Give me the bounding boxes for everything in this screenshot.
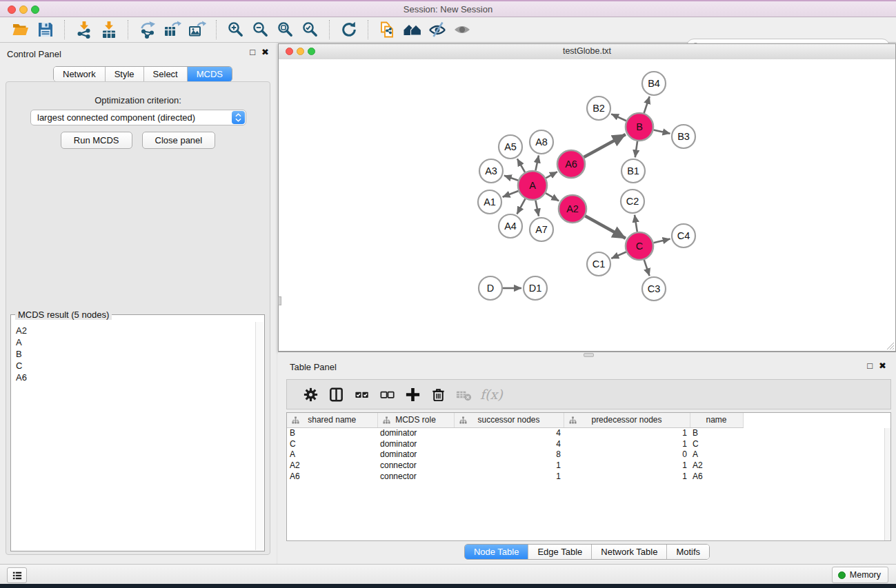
- tab-motifs[interactable]: Motifs: [667, 545, 709, 559]
- table-row[interactable]: A2connector11A2: [287, 460, 890, 471]
- node-C[interactable]: C: [626, 232, 653, 260]
- node-C3[interactable]: C3: [642, 277, 666, 301]
- tab-edge-table[interactable]: Edge Table: [528, 545, 592, 559]
- node-A3[interactable]: A3: [479, 159, 503, 183]
- svg-text:A1: A1: [484, 196, 496, 207]
- table-row[interactable]: A6connector11A6: [287, 471, 890, 482]
- mcds-result-list[interactable]: A2ABCA6: [12, 322, 255, 550]
- tab-style[interactable]: Style: [106, 67, 144, 81]
- node-A4[interactable]: A4: [499, 214, 522, 238]
- mcds-list-scrollbar[interactable]: [255, 322, 263, 550]
- zoom-out-icon[interactable]: [250, 19, 271, 40]
- node-D[interactable]: D: [479, 276, 502, 300]
- node-B[interactable]: B: [626, 113, 653, 141]
- save-session-icon[interactable]: [35, 19, 56, 40]
- column-header-shared-name[interactable]: shared name: [287, 413, 377, 427]
- table-row[interactable]: Bdominator41B: [287, 427, 890, 438]
- open-file-icon[interactable]: [10, 19, 31, 40]
- node-A[interactable]: A: [518, 171, 547, 200]
- hide-selected-icon[interactable]: [427, 19, 448, 40]
- criterion-select[interactable]: largest connected component (directed): [30, 110, 246, 125]
- add-column-icon[interactable]: [401, 384, 424, 405]
- node-A6[interactable]: A6: [557, 150, 585, 178]
- node-B4[interactable]: B4: [642, 72, 666, 95]
- node-A1[interactable]: A1: [478, 190, 501, 214]
- settings-gear-icon[interactable]: [299, 384, 322, 405]
- edge-B-B3[interactable]: [654, 130, 670, 133]
- export-network-icon[interactable]: [137, 19, 158, 40]
- node-C2[interactable]: C2: [621, 190, 644, 213]
- delete-column-icon[interactable]: [426, 384, 450, 405]
- tab-select[interactable]: Select: [144, 67, 188, 81]
- edge-C-C4[interactable]: [653, 239, 670, 243]
- close-panel-button[interactable]: Close panel: [142, 132, 216, 149]
- node-A5[interactable]: A5: [499, 135, 522, 159]
- zoom-selected-icon[interactable]: [300, 19, 321, 40]
- edge-A-A1[interactable]: [503, 191, 519, 197]
- refresh-layout-icon[interactable]: [339, 19, 359, 40]
- resize-grip-icon[interactable]: [885, 341, 895, 350]
- node-B3[interactable]: B3: [672, 125, 695, 148]
- column-header-mcds-role[interactable]: MCDS role: [377, 413, 454, 427]
- tab-network-table[interactable]: Network Table: [592, 545, 667, 559]
- node-B1[interactable]: B1: [621, 159, 645, 183]
- zoom-in-icon[interactable]: [226, 19, 246, 40]
- mcds-result-item[interactable]: A2: [12, 325, 255, 336]
- mcds-result-item[interactable]: A: [12, 336, 255, 348]
- node-A2[interactable]: A2: [559, 195, 586, 223]
- export-image-icon[interactable]: [187, 19, 208, 40]
- network-window-titlebar[interactable]: testGlobe.txt: [279, 44, 895, 60]
- edge-A-A5[interactable]: [517, 159, 525, 172]
- import-table-icon[interactable]: [99, 19, 119, 40]
- import-network-icon[interactable]: [74, 19, 94, 40]
- node-B2[interactable]: B2: [587, 97, 610, 120]
- tab-network[interactable]: Network: [54, 67, 106, 81]
- edge-C-C2[interactable]: [635, 215, 637, 232]
- copy-network-icon[interactable]: [377, 19, 398, 40]
- table-scrollbar[interactable]: [884, 428, 890, 540]
- run-mcds-button[interactable]: Run MCDS: [61, 132, 132, 149]
- edge-B-B4[interactable]: [644, 97, 650, 113]
- edge-C-C1[interactable]: [611, 252, 626, 258]
- edge-A-A3[interactable]: [504, 176, 518, 181]
- node-D1[interactable]: D1: [524, 276, 547, 300]
- table-row[interactable]: Adominator80A: [287, 449, 890, 460]
- task-history-button[interactable]: [7, 567, 27, 583]
- edge-A-A7[interactable]: [535, 201, 539, 216]
- table-row[interactable]: Cdominator41C: [287, 438, 890, 449]
- home-networks-icon[interactable]: [402, 19, 423, 40]
- memory-button[interactable]: Memory: [832, 567, 888, 583]
- export-table-icon[interactable]: [162, 19, 183, 40]
- edge-B-B2[interactable]: [611, 114, 626, 121]
- edge-A-A4[interactable]: [517, 199, 526, 214]
- node-C1[interactable]: C1: [587, 252, 610, 276]
- mcds-result-item[interactable]: B: [12, 348, 255, 360]
- column-header-successor-nodes[interactable]: successor nodes: [454, 413, 564, 427]
- close-panel-icon[interactable]: ✖: [261, 48, 269, 57]
- node-A8[interactable]: A8: [530, 130, 553, 154]
- column-header-predecessor-nodes[interactable]: predecessor nodes: [564, 413, 690, 427]
- node-C4[interactable]: C4: [672, 224, 695, 247]
- float-table-panel-icon[interactable]: □: [867, 361, 873, 371]
- edge-A-A8[interactable]: [535, 156, 539, 171]
- column-header-name[interactable]: name: [690, 413, 743, 427]
- show-columns-icon[interactable]: [324, 384, 348, 405]
- select-all-columns-icon[interactable]: [350, 384, 373, 405]
- node-A7[interactable]: A7: [530, 218, 553, 241]
- edge-A6-B[interactable]: [584, 134, 625, 157]
- close-table-panel-icon[interactable]: ✖: [879, 361, 886, 371]
- edge-A2-C[interactable]: [585, 216, 626, 239]
- tab-mcds[interactable]: MCDS: [188, 67, 232, 81]
- tab-node-table[interactable]: Node Table: [465, 545, 529, 559]
- edge-A-A2[interactable]: [546, 193, 559, 201]
- zoom-fit-icon[interactable]: [275, 19, 296, 40]
- edge-A-A6[interactable]: [546, 172, 557, 178]
- edge-C-C3[interactable]: [644, 260, 650, 276]
- splitter-nub[interactable]: [278, 296, 281, 305]
- float-panel-icon[interactable]: □: [250, 48, 255, 57]
- unselect-all-columns-icon[interactable]: [375, 384, 399, 405]
- edge-B-B1[interactable]: [635, 141, 637, 157]
- network-canvas[interactable]: AA1A2A3A4A5A6A7A8BB1B2B3B4CC1C2C3C4DD1: [279, 59, 895, 351]
- mcds-result-item[interactable]: A6: [12, 372, 255, 383]
- mcds-result-item[interactable]: C: [12, 360, 255, 372]
